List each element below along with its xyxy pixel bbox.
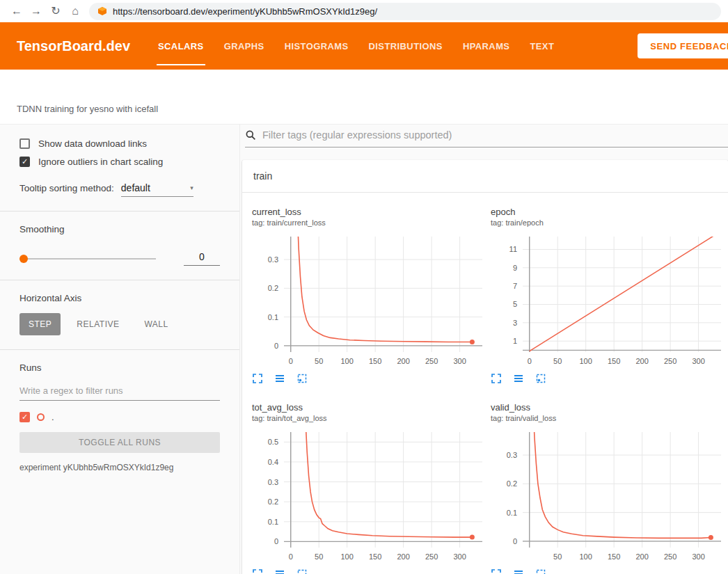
home-icon[interactable]: ⌂ [65, 0, 85, 22]
chart-valid-loss: valid_loss tag: train/valid_loss 5010015… [491, 402, 725, 574]
axis-wall-button[interactable]: WALL [135, 313, 177, 335]
train-card: train current_loss tag: train/current_lo… [242, 160, 728, 574]
app-logo[interactable]: TensorBoard.dev [17, 38, 130, 54]
smoothing-row: 0 [19, 251, 220, 266]
svg-text:0.2: 0.2 [507, 479, 517, 488]
back-icon[interactable]: ← [7, 0, 26, 22]
axis-relative-button[interactable]: RELATIVE [68, 313, 128, 335]
show-download-checkbox[interactable] [19, 138, 30, 149]
ignore-outliers-checkbox[interactable]: ✓ [19, 157, 30, 167]
view-data-icon[interactable] [513, 568, 525, 574]
chart-plot[interactable]: 05010015020025030000.10.20.3 [252, 231, 486, 370]
axis-step-button[interactable]: STEP [19, 313, 61, 335]
svg-text:150: 150 [369, 552, 381, 561]
smoothing-label: Smoothing [19, 224, 220, 234]
chart-title: valid_loss [491, 402, 725, 413]
experiment-title: TDNN training for yesno with icefall [17, 104, 158, 114]
svg-text:250: 250 [425, 357, 438, 365]
slider-track [19, 258, 156, 260]
svg-text:300: 300 [692, 552, 704, 561]
svg-text:7: 7 [513, 282, 517, 290]
svg-text:250: 250 [664, 357, 676, 365]
view-data-icon[interactable] [513, 373, 525, 385]
chart-tag: tag: train/valid_loss [491, 414, 725, 422]
reload-icon[interactable]: ↻ [46, 0, 65, 22]
ignore-outliers-label: Ignore outliers in chart scaling [38, 157, 163, 167]
toggle-all-runs-button[interactable]: TOGGLE ALL RUNS [19, 432, 220, 453]
svg-text:3: 3 [513, 319, 517, 327]
chart-current-loss: current_loss tag: train/current_loss 050… [252, 207, 486, 385]
svg-text:0.2: 0.2 [268, 497, 278, 506]
svg-text:5: 5 [513, 300, 517, 308]
runs-label: Runs [19, 362, 220, 373]
svg-text:0: 0 [513, 537, 517, 545]
svg-text:0: 0 [274, 342, 278, 350]
smoothing-slider[interactable] [19, 254, 156, 264]
tooltip-sorting-row: Tooltip sorting method: default ▾ [19, 182, 220, 197]
chart-toolbar [491, 568, 725, 574]
svg-text:0.2: 0.2 [268, 284, 278, 292]
tab-scalars[interactable]: SCALARS [158, 22, 204, 70]
svg-text:150: 150 [608, 552, 620, 561]
svg-text:0: 0 [274, 537, 278, 545]
fit-domain-icon[interactable] [535, 373, 548, 385]
expand-chart-icon[interactable] [252, 568, 264, 574]
address-bar[interactable]: https://tensorboard.dev/experiment/yKUbh… [89, 3, 721, 20]
svg-text:100: 100 [580, 552, 592, 561]
tag-filter-input[interactable] [262, 129, 728, 141]
experiment-title-bar: TDNN training for yesno with icefall [0, 70, 728, 124]
show-download-row: Show data download links [19, 138, 220, 149]
run-color-swatch [37, 413, 45, 421]
svg-text:0.1: 0.1 [268, 518, 278, 526]
fit-domain-icon[interactable] [535, 568, 548, 574]
svg-text:200: 200 [397, 357, 409, 365]
chart-plot[interactable]: 0501001502002503001357911 [491, 231, 725, 370]
view-data-icon[interactable] [274, 568, 287, 574]
runs-filter-input[interactable] [19, 381, 220, 401]
chart-tag: tag: train/tot_avg_loss [252, 414, 486, 422]
fit-domain-icon[interactable] [296, 568, 309, 574]
tab-hparams[interactable]: HPARAMS [463, 22, 510, 70]
tab-graphs[interactable]: GRAPHS [224, 22, 264, 70]
expand-chart-icon[interactable] [491, 373, 503, 385]
tooltip-sorting-dropdown[interactable]: default ▾ [121, 182, 193, 197]
svg-text:0.1: 0.1 [268, 313, 278, 321]
chart-tag: tag: train/epoch [491, 218, 725, 227]
svg-text:300: 300 [453, 552, 466, 561]
main-content: train current_loss tag: train/current_lo… [240, 125, 728, 574]
forward-icon[interactable]: → [26, 0, 46, 22]
svg-text:11: 11 [509, 245, 517, 253]
chart-epoch: epoch tag: train/epoch 05010015020025030… [491, 207, 725, 385]
tensorboard-favicon [97, 6, 107, 16]
chart-plot[interactable]: 5010015020025030000.10.20.3 [491, 426, 725, 566]
tab-distributions[interactable]: DISTRIBUTIONS [369, 22, 443, 70]
svg-text:50: 50 [553, 357, 562, 365]
view-data-icon[interactable] [274, 373, 287, 385]
svg-text:0: 0 [289, 552, 293, 561]
svg-text:0: 0 [528, 357, 532, 365]
tab-text[interactable]: TEXT [530, 22, 554, 70]
expand-chart-icon[interactable] [491, 568, 503, 574]
svg-text:150: 150 [369, 357, 381, 365]
chart-title: current_loss [252, 207, 486, 217]
tag-filter-bar [245, 129, 728, 148]
svg-text:0.3: 0.3 [268, 478, 278, 486]
run-name: . [52, 412, 54, 422]
card-title-train[interactable]: train [242, 160, 728, 193]
experiment-note: experiment yKUbhb5wRmOSXYkId1z9eg [19, 463, 220, 472]
send-feedback-button[interactable]: SEND FEEDBACK [638, 33, 728, 58]
svg-text:250: 250 [425, 552, 438, 561]
ignore-outliers-row: ✓ Ignore outliers in chart scaling [19, 157, 220, 167]
svg-text:0: 0 [289, 357, 293, 365]
chevron-down-icon: ▾ [190, 184, 193, 191]
chart-title: tot_avg_loss [252, 402, 486, 413]
tab-histograms[interactable]: HISTOGRAMS [285, 22, 349, 70]
chart-plot[interactable]: 05010015020025030000.10.20.30.40.5 [252, 426, 486, 566]
chart-tag: tag: train/current_loss [252, 218, 486, 227]
slider-thumb[interactable] [19, 255, 28, 263]
fit-domain-icon[interactable] [296, 373, 309, 385]
run-checkbox[interactable]: ✓ [19, 412, 30, 422]
svg-text:0.5: 0.5 [268, 438, 278, 446]
smoothing-value[interactable]: 0 [184, 251, 220, 266]
expand-chart-icon[interactable] [252, 373, 264, 385]
